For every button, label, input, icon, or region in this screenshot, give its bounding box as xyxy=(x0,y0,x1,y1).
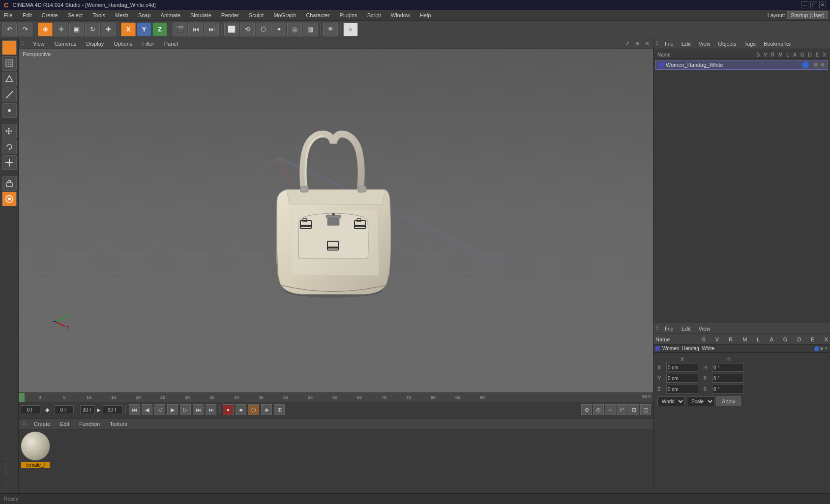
move-tool-button[interactable]: ✛ xyxy=(54,23,68,36)
mat-tab-texture[interactable]: Texture xyxy=(108,420,129,428)
menu-sculpt[interactable]: Sculpt xyxy=(247,11,266,19)
stop-button[interactable]: ■ xyxy=(236,404,246,415)
timeline-range-button[interactable]: ◈ xyxy=(261,404,272,415)
coord-tab-edit[interactable]: Edit xyxy=(680,325,693,333)
mat-tab-create[interactable]: Create xyxy=(32,420,52,428)
apply-button[interactable]: Apply xyxy=(716,396,741,406)
nurbs-button[interactable]: ⟲ xyxy=(240,23,255,36)
frame-end-input[interactable] xyxy=(103,405,122,414)
tl-extra-6[interactable]: ◫ xyxy=(640,404,651,415)
vp-tab-filter[interactable]: Filter xyxy=(139,40,157,48)
y-pos-input[interactable] xyxy=(666,374,698,383)
vp-layout-button[interactable]: ⊞ xyxy=(633,40,641,48)
vp-tab-display[interactable]: Display xyxy=(83,40,107,48)
scale-tool-button[interactable]: ▣ xyxy=(69,23,84,36)
rotate-tool-button[interactable]: ↻ xyxy=(85,23,100,36)
mat-tab-edit[interactable]: Edit xyxy=(58,420,71,428)
brush-button[interactable] xyxy=(2,192,17,206)
add-object-button[interactable]: ✚ xyxy=(101,23,116,36)
tl-extra-4[interactable]: P xyxy=(617,404,627,415)
menu-window[interactable]: Window xyxy=(389,11,412,19)
y-axis-button[interactable]: Y xyxy=(137,23,151,36)
camera-button[interactable]: 👁 xyxy=(323,23,338,36)
frame-start-input[interactable] xyxy=(54,405,74,414)
menu-animate[interactable]: Animate xyxy=(159,11,182,19)
tl-extra-1[interactable]: ⊕ xyxy=(581,404,592,415)
current-frame-input[interactable] xyxy=(21,405,40,414)
move-button[interactable] xyxy=(2,124,17,139)
render-button[interactable]: ○ xyxy=(343,23,358,36)
coord-system-select[interactable]: World xyxy=(657,396,685,406)
cube-tool-button[interactable]: ⬜ xyxy=(224,23,239,36)
z-axis-button[interactable]: Z xyxy=(152,23,167,36)
timeline-ruler[interactable]: 0 5 10 15 20 25 30 35 40 45 50 55 60 65 … xyxy=(19,393,653,402)
go-end-button[interactable]: ⏭ xyxy=(193,404,204,415)
obj-tab-view[interactable]: View xyxy=(697,40,712,48)
lock-button[interactable] xyxy=(2,176,17,191)
z-pos-input[interactable] xyxy=(666,385,698,393)
mesh-mode-button[interactable] xyxy=(2,56,17,71)
menu-script[interactable]: Script xyxy=(365,11,383,19)
step-forward-button[interactable]: ▷ xyxy=(180,404,191,415)
p-rot-input[interactable] xyxy=(712,374,744,383)
step-back-button[interactable]: ◀ xyxy=(142,404,152,415)
vp-tab-view[interactable]: View xyxy=(30,40,48,48)
close-button[interactable]: ✕ xyxy=(819,1,826,8)
vp-tab-cameras[interactable]: Cameras xyxy=(52,40,80,48)
point-mode-button[interactable] xyxy=(2,103,17,118)
material-item[interactable]: female_l xyxy=(21,431,50,468)
frame-next-button[interactable]: ⏭ xyxy=(204,23,219,36)
tl-extra-3[interactable]: ○ xyxy=(605,404,616,415)
rotate-button[interactable] xyxy=(2,140,17,154)
vp-tab-panel[interactable]: Panel xyxy=(161,40,181,48)
obj-tab-objects[interactable]: Objects xyxy=(716,40,738,48)
model-mode-button[interactable] xyxy=(2,40,17,55)
record-button[interactable]: ● xyxy=(223,404,234,415)
deform-button[interactable]: ✦ xyxy=(271,23,286,36)
menu-character[interactable]: Character xyxy=(304,11,331,19)
window-controls[interactable]: — □ ✕ xyxy=(801,1,826,8)
menu-mesh[interactable]: Mesh xyxy=(113,11,130,19)
menu-edit[interactable]: Edit xyxy=(21,11,34,19)
vp-expand-button[interactable]: ⤢ xyxy=(623,40,631,48)
go-start-button[interactable]: ⏮ xyxy=(129,404,140,415)
redo-button[interactable]: ↷ xyxy=(18,23,32,36)
keyframe-auto-button[interactable]: ⬡ xyxy=(248,404,259,415)
transform-mode-select[interactable]: Scale xyxy=(687,396,714,406)
x-pos-input[interactable] xyxy=(666,363,698,372)
select-tool-button[interactable]: ⊕ xyxy=(38,23,53,36)
tl-extra-2[interactable]: ◎ xyxy=(593,404,604,415)
menu-select[interactable]: Select xyxy=(66,11,85,19)
menu-mograph[interactable]: MoGraph xyxy=(271,11,298,19)
undo-button[interactable]: ↶ xyxy=(2,23,17,36)
menu-help[interactable]: Help xyxy=(418,11,433,19)
3d-viewport[interactable]: Perspective xyxy=(19,49,653,392)
h-size-input[interactable] xyxy=(712,363,744,372)
play-forward-button[interactable]: ▶ xyxy=(167,404,178,415)
frame-prev-button[interactable]: ⏮ xyxy=(188,23,203,36)
obj-tab-edit[interactable]: Edit xyxy=(680,40,693,48)
obj-tab-file[interactable]: File xyxy=(663,40,676,48)
object-list-item[interactable]: Women_Handag_White ⊟ ⊟ xyxy=(655,60,828,70)
keyframe-button[interactable]: 🎬 xyxy=(173,23,187,36)
minimize-button[interactable]: — xyxy=(801,1,808,8)
polygon-mode-button[interactable] xyxy=(2,72,17,86)
vp-tab-options[interactable]: Options xyxy=(111,40,135,48)
obj-tab-tags[interactable]: Tags xyxy=(742,40,758,48)
coord-object-row[interactable]: Women_Handag_White ⊟ ✕ xyxy=(653,345,830,353)
menu-render[interactable]: Render xyxy=(219,11,241,19)
menu-create[interactable]: Create xyxy=(40,11,60,19)
b-rot-input[interactable] xyxy=(712,385,744,393)
go-end-button-2[interactable]: ⏭ xyxy=(206,404,216,415)
sym-button[interactable]: ▦ xyxy=(303,23,318,36)
coord-tab-view[interactable]: View xyxy=(697,325,712,333)
menu-simulate[interactable]: Simulate xyxy=(188,11,213,19)
fps-input[interactable] xyxy=(80,405,95,414)
play-back-button[interactable]: ◁ xyxy=(154,404,165,415)
edge-mode-button[interactable] xyxy=(2,87,17,102)
tl-extra-5[interactable]: ⊞ xyxy=(628,404,639,415)
spline-button[interactable]: ⬡ xyxy=(256,23,270,36)
vp-close-button[interactable]: ✕ xyxy=(643,40,651,48)
x-axis-button[interactable]: X xyxy=(121,23,136,36)
menu-snap[interactable]: Snap xyxy=(136,11,153,19)
